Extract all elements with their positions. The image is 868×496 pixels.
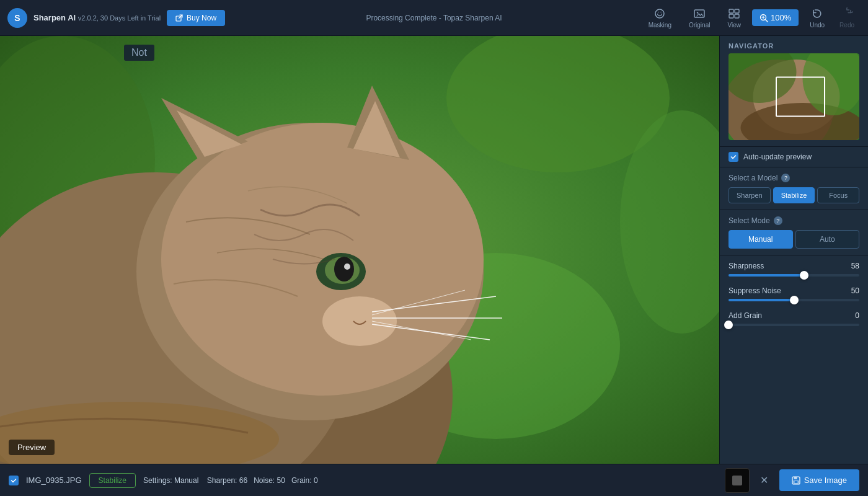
auto-update-label: Auto-update preview <box>743 153 812 161</box>
redo-button[interactable]: Redo <box>833 5 861 31</box>
svg-rect-4 <box>735 9 739 13</box>
right-panel: NAVIGATOR Auto-update preview <box>719 36 868 464</box>
sharpness-label: Sharpness <box>728 262 764 270</box>
undo-redo-group: Undo Redo <box>804 5 861 31</box>
add-grain-row: Add Grain 0 <box>728 311 859 326</box>
mode-buttons: Manual Auto <box>728 230 859 249</box>
suppress-noise-row: Suppress Noise 50 <box>728 286 859 301</box>
close-bottom-button[interactable]: ✕ <box>757 473 772 488</box>
masking-button[interactable]: Masking <box>642 5 678 31</box>
app-info: Sharpen AI v2.0.2, 30 Days Left in Trial <box>33 13 161 22</box>
zoom-icon <box>760 14 768 22</box>
grain-track <box>728 324 859 326</box>
preview-label: Preview <box>9 440 55 455</box>
cat-image <box>0 36 719 464</box>
mode-help-icon[interactable]: ? <box>774 216 782 225</box>
model-buttons: Sharpen Stabilize Focus <box>728 187 859 203</box>
model-help-icon[interactable]: ? <box>781 174 790 182</box>
masking-icon <box>653 7 666 20</box>
canvas-area: MacApps-Download <box>0 36 719 464</box>
grain-value: 0 <box>855 311 859 320</box>
navigator-thumbnail <box>728 53 859 140</box>
mode-section-label: Select Mode ? <box>728 216 859 225</box>
view-icon <box>728 7 740 20</box>
sliders-section: Sharpness 58 Suppress Noise 50 <box>720 255 868 342</box>
model-section-label: Select a Model ? <box>728 174 859 182</box>
auto-update-checkbox[interactable] <box>728 152 738 162</box>
not-badge: Not <box>124 45 154 61</box>
noise-fill <box>728 299 794 301</box>
sharpness-value: 58 <box>851 262 859 270</box>
black-square-button[interactable] <box>725 468 750 493</box>
original-icon <box>693 7 706 20</box>
redo-icon <box>841 7 853 20</box>
sharpness-label-row: Sharpness 58 <box>728 262 859 270</box>
noise-label-row: Suppress Noise 50 <box>728 286 859 295</box>
svg-point-2 <box>697 12 698 13</box>
view-button[interactable]: View <box>721 5 747 31</box>
svg-rect-3 <box>729 9 733 13</box>
svg-rect-37 <box>794 481 797 483</box>
undo-icon <box>811 7 823 20</box>
app-logo: S <box>7 8 27 28</box>
bottom-bar: IMG_0935.JPG Stabilize Settings: Manual … <box>0 464 868 496</box>
main-content: MacApps-Download <box>0 36 868 464</box>
svg-point-24 <box>334 257 354 281</box>
grain-label: Add Grain <box>728 311 762 320</box>
external-link-icon <box>175 14 183 22</box>
model-sharpen-button[interactable]: Sharpen <box>728 187 771 203</box>
save-image-button[interactable]: Save Image <box>779 469 859 491</box>
noise-value: 50 <box>851 286 859 295</box>
settings-info: Settings: Manual Sharpen: 66 Noise: 50 G… <box>143 476 717 485</box>
navigator-header: NAVIGATOR <box>720 36 868 53</box>
topbar-left: S Sharpen AI v2.0.2, 30 Days Left in Tri… <box>7 8 225 28</box>
stabilize-badge-button[interactable]: Stabilize <box>89 473 136 488</box>
checkmark-icon <box>730 154 737 160</box>
app-title: Sharpen AI v2.0.2, 30 Days Left in Trial <box>33 13 161 22</box>
svg-rect-5 <box>729 14 733 18</box>
buy-button[interactable]: Buy Now <box>167 10 225 26</box>
black-square-inner <box>732 476 742 485</box>
grain-thumb[interactable] <box>724 321 733 329</box>
file-checkbox[interactable] <box>9 476 19 485</box>
svg-rect-6 <box>735 14 739 18</box>
model-section: Select a Model ? Sharpen Stabilize Focus <box>720 167 868 210</box>
save-icon <box>792 476 800 485</box>
undo-button[interactable]: Undo <box>804 5 831 31</box>
grain-label-row: Add Grain 0 <box>728 311 859 320</box>
mode-section: Select Mode ? Manual Auto <box>720 210 868 255</box>
model-stabilize-button[interactable]: Stabilize <box>773 187 815 203</box>
sharpness-track <box>728 274 859 277</box>
topbar-right: Masking Original View <box>642 5 861 31</box>
mode-auto-button[interactable]: Auto <box>795 230 860 249</box>
auto-update-row: Auto-update preview <box>720 146 868 167</box>
file-name: IMG_0935.JPG <box>26 476 82 485</box>
sharpness-thumb[interactable] <box>800 271 808 280</box>
noise-label: Suppress Noise <box>728 286 781 295</box>
zoom-button[interactable]: 100% <box>752 9 799 26</box>
svg-point-26 <box>322 296 397 346</box>
sharpness-row: Sharpness 58 <box>728 262 859 277</box>
noise-thumb[interactable] <box>790 296 799 304</box>
original-button[interactable]: Original <box>683 5 716 31</box>
noise-track <box>728 299 859 301</box>
window-title: Processing Complete - Topaz Sharpen AI <box>366 14 502 22</box>
file-check-icon <box>11 477 17 484</box>
svg-point-25 <box>344 264 350 270</box>
model-focus-button[interactable]: Focus <box>817 187 859 203</box>
svg-rect-35 <box>794 477 797 479</box>
sharpness-fill <box>728 274 804 277</box>
mode-manual-button[interactable]: Manual <box>728 230 793 249</box>
navigator-viewport[interactable] <box>776 77 825 117</box>
topbar: S Sharpen AI v2.0.2, 30 Days Left in Tri… <box>0 0 868 36</box>
